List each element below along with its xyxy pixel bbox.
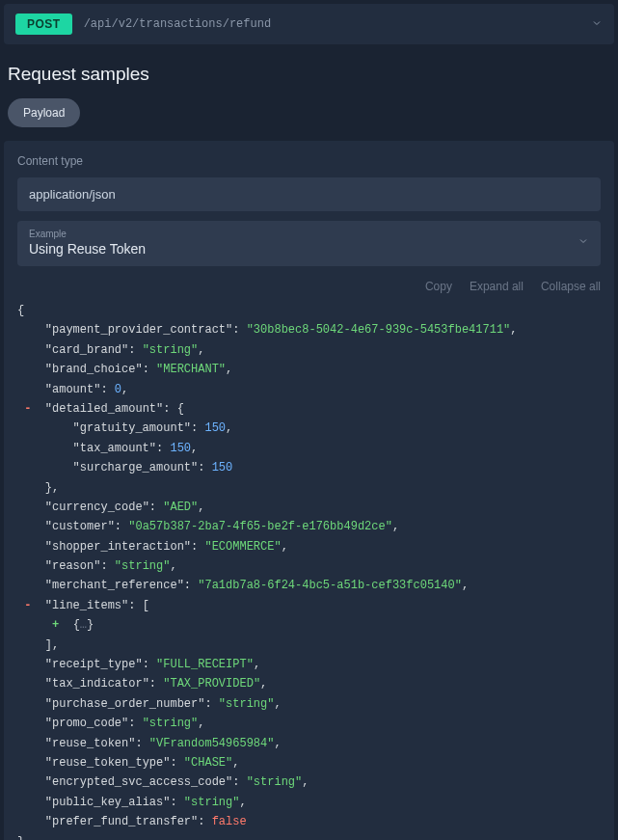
chevron-down-icon <box>578 235 589 250</box>
http-method-badge: POST <box>15 14 72 35</box>
sample-panel: Content type application/json Example Us… <box>4 141 614 840</box>
endpoint-path: /api/v2/transactions/refund <box>84 17 271 31</box>
json-sample: { "payment_provider_contract": "30b8bec8… <box>17 301 601 840</box>
copy-button[interactable]: Copy <box>425 280 452 293</box>
section-title: Request samples <box>8 64 610 85</box>
tab-payload[interactable]: Payload <box>8 98 80 127</box>
collapse-toggle[interactable]: - <box>24 599 31 612</box>
code-toolbar: Copy Expand all Collapse all <box>17 280 601 293</box>
example-label: Example <box>29 229 578 239</box>
expand-all-button[interactable]: Expand all <box>470 280 524 293</box>
expand-toggle[interactable]: + <box>52 618 59 632</box>
example-dropdown[interactable]: Example Using Reuse Token <box>17 221 601 266</box>
content-type-value: application/json <box>17 177 601 211</box>
content-type-label: Content type <box>17 154 601 168</box>
collapse-toggle[interactable]: - <box>24 402 31 416</box>
example-value: Using Reuse Token <box>29 241 578 257</box>
collapse-all-button[interactable]: Collapse all <box>541 280 601 293</box>
endpoint-bar[interactable]: POST /api/v2/transactions/refund <box>4 4 614 44</box>
chevron-down-icon[interactable] <box>591 17 603 32</box>
